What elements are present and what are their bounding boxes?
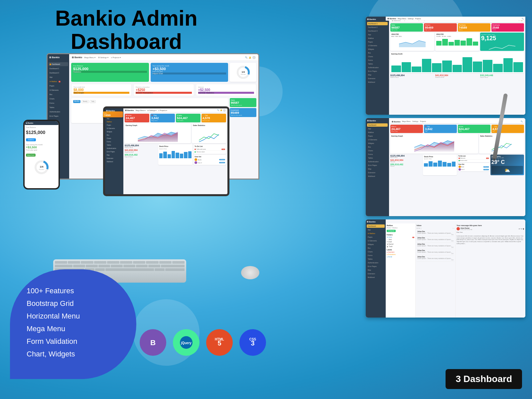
mail-nav-ui[interactable]: UI Elements — [367, 239, 385, 242]
tablet-nav-forms[interactable]: Forms — [106, 140, 122, 143]
mail-nav-charts[interactable]: Charts — [367, 250, 385, 253]
mail-nav-multi[interactable]: Multilevel — [367, 276, 385, 279]
tablet-nav-ext[interactable]: Extension — [106, 157, 122, 160]
tablet-nav-charts[interactable]: Charts — [106, 137, 122, 140]
tablet-nav-error[interactable]: Error Pages — [106, 150, 122, 153]
mail-nav-box[interactable]: Box — [367, 246, 385, 250]
forward-icon[interactable]: ↪ — [521, 228, 522, 230]
mail-nav-map[interactable]: Map — [367, 268, 385, 272]
adjust-goal-btn[interactable]: Adjust Goal — [153, 72, 226, 74]
d2-nav-tables[interactable]: Tables — [367, 156, 388, 160]
folder-sent[interactable]: → Sent — [387, 238, 414, 241]
daily-btn[interactable]: Daily — [90, 100, 96, 103]
sidebar-item-tables[interactable]: Tables — [49, 105, 68, 109]
d2-settings[interactable]: Settings — [412, 120, 418, 122]
d2-mega[interactable]: Mega Menu — [402, 120, 411, 122]
tablet-nav-app[interactable]: App — [106, 117, 122, 120]
d1-nav-auth[interactable]: Authentication — [367, 66, 388, 69]
d1-nav-map[interactable]: Map — [367, 73, 388, 76]
d2-nav-dashboard[interactable]: Dashboard — [367, 123, 388, 127]
mail-check-all[interactable]: ☐ — [417, 227, 418, 229]
statistics-btn[interactable]: Statistics — [73, 71, 147, 73]
tablet-nav-mega[interactable]: Mega Menu ▾ — [136, 109, 146, 111]
d1-nav-error[interactable]: Error Pages — [367, 69, 388, 73]
d2-nav-mailbox[interactable]: Mailbox — [367, 131, 388, 134]
tablet-nav-widgets[interactable]: Widgets — [106, 130, 122, 133]
sidebar-item-dashboard2[interactable]: Dashboard 2 — [49, 66, 68, 70]
mail-nav-mailbox[interactable]: ✉ Mailbox — [367, 232, 385, 235]
d2-nav-forms[interactable]: Forms — [367, 153, 388, 156]
mail-item-5[interactable]: Johan Doe Lorem ipsum - There are many v… — [417, 255, 454, 262]
folder-draft[interactable]: ✏ Draft — [387, 241, 414, 243]
notification-icon[interactable]: 🔔 — [249, 56, 251, 59]
tablet-nav-auth[interactable]: Authentication — [106, 147, 122, 150]
d1-nav-pages[interactable]: Pages — [367, 40, 388, 44]
sidebar-item-pages[interactable]: Pages — [49, 84, 68, 88]
phone-adjust-btn[interactable]: Adjust Goal — [26, 154, 36, 157]
folder-starred[interactable]: ★ Starred — [387, 243, 414, 245]
d2-search[interactable]: 🔍 — [521, 120, 523, 122]
d1-nav-charts[interactable]: Charts — [367, 55, 388, 58]
mail-refresh[interactable]: ↻ — [419, 227, 420, 229]
compose-btn[interactable]: Compose — [387, 230, 396, 232]
nav-mega-menu[interactable]: Mega Menu ▾ — [84, 57, 95, 59]
d1-nav-ui[interactable]: UI Elements — [367, 44, 388, 47]
tablet-nav-pages[interactable]: Pages — [106, 124, 122, 127]
mail-nav-widgets[interactable]: Widgets — [367, 243, 385, 246]
sidebar-item-mailbox[interactable]: ✉ Mailbox 5 — [49, 79, 68, 83]
d2-nav-map[interactable]: Map — [367, 167, 388, 171]
d1-nav-widgets[interactable]: Widgets — [367, 48, 388, 51]
nav-projects[interactable]: ≡ Projects ▾ — [111, 57, 121, 59]
tablet-nav-box[interactable]: Box — [106, 134, 122, 137]
mail-nav-ext[interactable]: Extension — [367, 272, 385, 275]
tablet-user-avatar[interactable] — [223, 109, 226, 112]
credit-btn[interactable]: View Graph — [73, 92, 129, 94]
mail-nav-tables[interactable]: Tables — [367, 257, 385, 261]
d2-nav-charts[interactable]: Charts — [367, 149, 388, 152]
d1-nav-forms[interactable]: Forms — [367, 59, 388, 62]
d2-nav-pages[interactable]: Pages — [367, 134, 388, 138]
mail-nav-forms[interactable]: Forms — [367, 254, 385, 257]
d1-nav-mailbox[interactable]: Mailbox — [367, 37, 388, 40]
sidebar-item-auth[interactable]: Authentication — [49, 110, 68, 114]
d1-nav-ext[interactable]: Extension — [367, 77, 388, 80]
mail-prev[interactable]: ‹ — [453, 227, 453, 229]
mail-item-2[interactable]: Johan Doe Lorem ipsum - There are many v… — [417, 236, 454, 243]
d1-nav-tables[interactable]: Tables — [367, 62, 388, 66]
sidebar-item-app[interactable]: App — [49, 75, 68, 79]
mail-item-3[interactable]: Johan Doe Lorem ipsum - There are many v… — [417, 243, 454, 249]
d1-nav-box[interactable]: Box — [367, 51, 388, 55]
d2-nav-widgets[interactable]: Widgets — [367, 142, 388, 145]
recent-transaction-btn[interactable]: Recent Transaction — [136, 92, 192, 94]
mail-nav-pages[interactable]: Pages — [367, 235, 385, 239]
monthly-btn[interactable]: Monthly — [73, 100, 80, 103]
sidebar-item-error[interactable]: Error Pages — [49, 114, 68, 118]
mail-nav-dashboard[interactable]: Dashboard — [367, 224, 385, 228]
d1-nav-d3[interactable]: Dashboard 3 — [367, 29, 388, 33]
tablet-nav-projects-top[interactable]: ≡ Projects ▾ — [158, 109, 167, 111]
d2-nav-ext[interactable]: Extension — [367, 171, 388, 174]
sidebar-item-box[interactable]: Box — [49, 92, 68, 96]
mail-more[interactable]: ⋮ — [420, 227, 422, 229]
d1-nav-d2[interactable]: Dashboard 2 — [367, 26, 388, 29]
sidebar-item-dashboard3[interactable]: Dashboard 3 — [49, 71, 68, 75]
label-important[interactable]: ● Important — [387, 251, 414, 253]
tablet-nav-ui[interactable]: UI Elements — [106, 127, 122, 130]
d2-nav-app[interactable]: App — [367, 127, 388, 130]
d1-nav-app[interactable]: App — [367, 33, 388, 36]
tablet-nav-map[interactable]: Map — [106, 154, 122, 157]
mail-next[interactable]: › — [454, 227, 454, 229]
mail-nav-error[interactable]: Error Pages — [367, 265, 385, 268]
folder-trash[interactable]: 🗑 Trash — [387, 245, 414, 248]
d2-nav-error[interactable]: Error Pages — [367, 164, 388, 167]
d2-nav-box[interactable]: Box — [367, 145, 388, 149]
tablet-notif-icon[interactable]: 🔔 — [220, 109, 222, 112]
tablet-nav-mailbox[interactable]: Mailbox — [106, 120, 122, 123]
weekly-btn[interactable]: Weekly — [81, 100, 89, 103]
sidebar-item-ui[interactable]: UI Elements — [49, 88, 68, 92]
tablet-nav-settings-top[interactable]: ⚙ Settings ▾ — [147, 109, 157, 111]
search-icon[interactable]: 🔍 — [245, 56, 247, 59]
d1-nav-multi[interactable]: Multilevel — [367, 80, 388, 84]
mail-item-4[interactable]: Johan Doe Lorem ipsum - There are many v… — [417, 249, 454, 255]
tablet-nav-multi[interactable]: Multilevel — [106, 160, 122, 163]
